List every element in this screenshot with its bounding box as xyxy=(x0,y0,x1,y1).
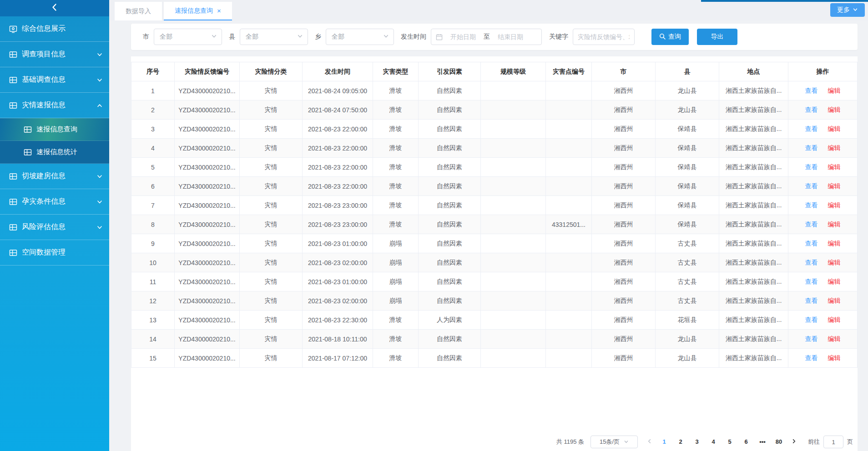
cell-factor: 自然因素 xyxy=(419,81,481,100)
page-number[interactable]: 1 xyxy=(658,436,671,448)
edit-link[interactable]: 编辑 xyxy=(828,106,841,113)
sidebar-item[interactable]: 综合信息展示 xyxy=(0,16,109,42)
cell-actions: 查看编辑 xyxy=(788,81,858,100)
city-select[interactable]: 全部 xyxy=(154,29,222,45)
main-content: 数据导入 速报信息查询 × 更多 市 全部 县 全部 xyxy=(109,0,868,451)
view-link[interactable]: 查看 xyxy=(805,297,818,304)
sidebar-item-label: 速报信息统计 xyxy=(36,148,77,156)
cell-point_code xyxy=(546,253,592,272)
table-row: 5YZD43000020210...灾情2021-08-23 22:00:00滑… xyxy=(131,158,858,177)
more-button[interactable]: 更多 xyxy=(830,3,865,17)
tab-report-query[interactable]: 速报信息查询 × xyxy=(164,2,232,20)
page-number-list: 123456•••80 xyxy=(656,436,787,448)
chevron-left-icon xyxy=(50,3,59,14)
city-label: 市 xyxy=(143,33,149,41)
cell-county: 保靖县 xyxy=(656,177,719,196)
sidebar-item[interactable]: 调查项目信息 xyxy=(0,42,109,67)
page-number[interactable]: 5 xyxy=(723,436,736,448)
cell-location: 湘西土家族苗族自... xyxy=(719,196,788,215)
view-link[interactable]: 查看 xyxy=(805,335,818,342)
date-range-picker[interactable]: 至 xyxy=(431,29,542,45)
cell-actions: 查看编辑 xyxy=(788,100,858,120)
sidebar-item-active[interactable]: 速报信息查询 xyxy=(0,118,109,141)
cell-code: YZD43000020210... xyxy=(175,330,240,349)
sidebar-item[interactable]: 风险评估信息 xyxy=(0,215,109,240)
edit-link[interactable]: 编辑 xyxy=(828,259,841,266)
view-link[interactable]: 查看 xyxy=(805,125,818,132)
tab-label: 速报信息查询 xyxy=(175,7,213,15)
sidebar-item[interactable]: 灾情速报信息 xyxy=(0,93,109,118)
cell-location: 湘西土家族苗族自... xyxy=(719,349,788,368)
goto-page-input[interactable] xyxy=(823,436,843,448)
view-link[interactable]: 查看 xyxy=(805,163,818,170)
view-link[interactable]: 查看 xyxy=(805,106,818,113)
edit-link[interactable]: 编辑 xyxy=(828,220,841,228)
page-number[interactable]: 80 xyxy=(772,436,785,448)
end-date-input[interactable] xyxy=(492,33,529,40)
cell-category: 灾情 xyxy=(240,81,303,100)
keyword-input[interactable] xyxy=(573,29,635,45)
cell-factor: 自然因素 xyxy=(419,291,481,311)
close-icon[interactable]: × xyxy=(217,7,221,14)
top-strip xyxy=(701,0,868,2)
edit-link[interactable]: 编辑 xyxy=(828,144,841,151)
sidebar-item[interactable]: 基础调查信息 xyxy=(0,67,109,93)
start-date-input[interactable] xyxy=(444,33,482,40)
edit-link[interactable]: 编辑 xyxy=(828,335,841,342)
cell-time: 2021-08-23 22:30:00 xyxy=(303,311,373,330)
page-size-select[interactable]: 15条/页 xyxy=(590,436,638,448)
view-link[interactable]: 查看 xyxy=(805,278,818,285)
sidebar-item[interactable]: 空间数据管理 xyxy=(0,240,109,266)
app-window: 综合信息展示调查项目信息基础调查信息灾情速报信息速报信息查询速报信息统计切坡建房… xyxy=(0,0,868,451)
edit-link[interactable]: 编辑 xyxy=(828,182,841,190)
page-number[interactable]: 4 xyxy=(707,436,720,448)
cell-scale xyxy=(481,234,546,253)
chevron-down-icon xyxy=(96,224,103,231)
sidebar-item[interactable]: 切坡建房信息 xyxy=(0,164,109,189)
edit-link[interactable]: 编辑 xyxy=(828,354,841,361)
view-link[interactable]: 查看 xyxy=(805,87,818,94)
edit-link[interactable]: 编辑 xyxy=(828,87,841,94)
tab-data-import[interactable]: 数据导入 xyxy=(115,2,162,20)
cell-no: 9 xyxy=(131,234,175,253)
sidebar-item[interactable]: 速报信息统计 xyxy=(0,141,109,164)
view-link[interactable]: 查看 xyxy=(805,220,818,228)
edit-link[interactable]: 编辑 xyxy=(828,297,841,304)
cell-factor: 自然因素 xyxy=(419,272,481,291)
edit-link[interactable]: 编辑 xyxy=(828,316,841,323)
edit-link[interactable]: 编辑 xyxy=(828,201,841,209)
cell-factor: 自然因素 xyxy=(419,253,481,272)
cell-city: 湘西州 xyxy=(592,272,656,291)
view-link[interactable]: 查看 xyxy=(805,316,818,323)
export-button[interactable]: 导出 xyxy=(697,29,737,45)
page-ellipsis[interactable]: ••• xyxy=(756,436,769,448)
column-header: 序号 xyxy=(131,62,175,81)
town-select[interactable]: 全部 xyxy=(326,29,394,45)
cell-category: 灾情 xyxy=(240,196,303,215)
cell-no: 5 xyxy=(131,158,175,177)
edit-link[interactable]: 编辑 xyxy=(828,125,841,132)
edit-link[interactable]: 编辑 xyxy=(828,278,841,285)
edit-link[interactable]: 编辑 xyxy=(828,163,841,170)
page-number[interactable]: 3 xyxy=(691,436,703,448)
view-link[interactable]: 查看 xyxy=(805,259,818,266)
sidebar-item[interactable]: 孕灾条件信息 xyxy=(0,189,109,215)
view-link[interactable]: 查看 xyxy=(805,240,818,247)
view-link[interactable]: 查看 xyxy=(805,144,818,151)
page-number[interactable]: 2 xyxy=(674,436,687,448)
next-page-button[interactable] xyxy=(787,436,801,448)
prev-page-button[interactable] xyxy=(642,436,656,448)
view-link[interactable]: 查看 xyxy=(805,201,818,209)
cell-code: YZD43000020210... xyxy=(175,234,240,253)
edit-link[interactable]: 编辑 xyxy=(828,240,841,247)
cell-category: 灾情 xyxy=(240,158,303,177)
page-number[interactable]: 6 xyxy=(740,436,752,448)
county-select[interactable]: 全部 xyxy=(240,29,308,45)
view-link[interactable]: 查看 xyxy=(805,182,818,190)
view-link[interactable]: 查看 xyxy=(805,354,818,361)
search-button[interactable]: 查询 xyxy=(651,29,689,45)
sidebar-collapse-button[interactable] xyxy=(0,0,109,16)
cell-county: 保靖县 xyxy=(656,158,719,177)
chevron-down-icon xyxy=(624,439,629,446)
cell-actions: 查看编辑 xyxy=(788,330,858,349)
